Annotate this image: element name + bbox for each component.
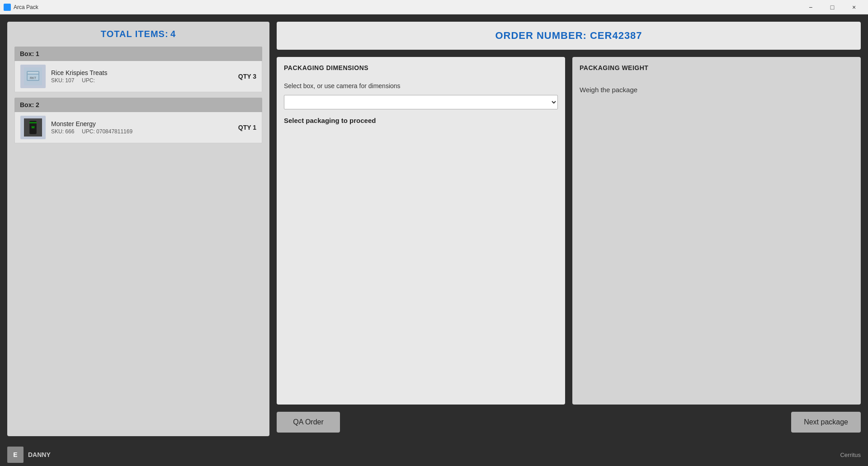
bottom-bar: E DANNY Cerritus [0, 443, 868, 466]
user-info: E DANNY [7, 447, 51, 463]
table-row: M Monster Energy SKU: 666 UPC: 070847811… [14, 112, 262, 143]
left-panel: TOTAL ITEMS: 4 Box: 1 RKT Rice Krispies [7, 22, 269, 436]
box-1-header: Box: 1 [14, 47, 262, 61]
svg-text:RKT: RKT [30, 76, 37, 80]
left-panel-header: TOTAL ITEMS: 4 [14, 29, 262, 39]
user-icon: E [7, 447, 24, 463]
item-qty-2: QTY 1 [238, 124, 256, 131]
total-items-count: 4 [170, 29, 176, 39]
packaging-dimensions-hint: Select box, or use camera for dimensions [284, 82, 558, 89]
select-packaging-message: Select packaging to proceed [284, 117, 558, 124]
item-thumbnail-1: RKT [20, 65, 46, 88]
brand-name: Cerritus [840, 452, 861, 458]
main-content: TOTAL ITEMS: 4 Box: 1 RKT Rice Krispies [0, 14, 868, 443]
item-info-1: Rice Krispies Treats SKU: 107 UPC: [51, 69, 233, 84]
titlebar: Arca Pack − □ × [0, 0, 868, 14]
svg-rect-2 [28, 72, 38, 74]
svg-rect-9 [29, 122, 37, 123]
packaging-weight-panel: PACKAGING WEIGHT Weigh the package [572, 57, 861, 405]
total-items-label: TOTAL ITEMS: [101, 29, 169, 39]
item-meta-2: SKU: 666 UPC: 070847811169 [51, 128, 233, 135]
user-name: DANNY [28, 451, 51, 458]
maximize-button[interactable]: □ [822, 0, 843, 14]
item-name-2: Monster Energy [51, 120, 233, 127]
next-package-button[interactable]: Next package [791, 412, 861, 433]
packaging-dimensions-title: PACKAGING DIMENSIONS [284, 64, 558, 71]
titlebar-left: Arca Pack [4, 4, 38, 11]
packaging-dimensions-panel: PACKAGING DIMENSIONS Select box, or use … [277, 57, 565, 405]
minimize-button[interactable]: − [800, 0, 821, 14]
item-name-1: Rice Krispies Treats [51, 69, 233, 76]
item-meta-1: SKU: 107 UPC: [51, 77, 233, 84]
box-2-header: Box: 2 [14, 98, 262, 112]
box-section-1: Box: 1 RKT Rice Krispies Treats SKU: 107 [14, 47, 262, 92]
right-panel: ORDER NUMBER: CER42387 PACKAGING DIMENSI… [277, 22, 861, 436]
item-qty-1: QTY 3 [238, 73, 256, 80]
order-number-label: ORDER NUMBER: CER42387 [495, 30, 642, 41]
table-row: RKT Rice Krispies Treats SKU: 107 UPC: Q… [14, 61, 262, 92]
app-title: Arca Pack [14, 4, 38, 10]
action-buttons-row: QA Order Next package [277, 405, 861, 436]
weigh-message: Weigh the package [580, 86, 854, 94]
titlebar-controls: − □ × [800, 0, 864, 14]
packaging-weight-title: PACKAGING WEIGHT [580, 64, 854, 71]
box-select-dropdown[interactable] [284, 95, 558, 109]
close-button[interactable]: × [844, 0, 864, 14]
item-info-2: Monster Energy SKU: 666 UPC: 07084781116… [51, 120, 233, 135]
qa-order-button[interactable]: QA Order [277, 412, 340, 433]
item-thumbnail-2: M [20, 116, 46, 139]
app-icon [4, 4, 11, 11]
box-section-2: Box: 2 M Monster Energy SKU: 666 [14, 98, 262, 143]
packaging-row: PACKAGING DIMENSIONS Select box, or use … [277, 57, 861, 405]
order-header: ORDER NUMBER: CER42387 [277, 22, 861, 50]
svg-text:M: M [32, 125, 35, 129]
